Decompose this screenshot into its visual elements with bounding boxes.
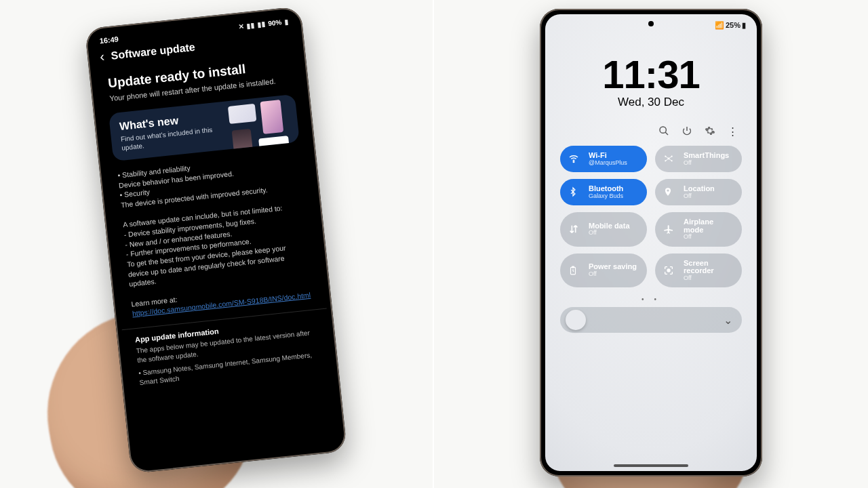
screen-software-update: 16:49 ✕ ▮▮ ▮▮ 90% ▮ ‹ Software update Up… <box>91 12 342 468</box>
tile-sublabel: @MarqusPlus <box>589 160 627 166</box>
tile-label: Wi-Fi <box>589 152 627 160</box>
phone-right: 📶 25% ▮ 11:31 Wed, 30 Dec ⋮ <box>540 9 762 476</box>
clock: 11:31 Wed, 30 Dec <box>545 52 757 109</box>
powersave-icon <box>568 265 583 276</box>
svg-rect-9 <box>572 266 574 268</box>
tile-sublabel: Off <box>684 234 734 240</box>
qs-tile-wifi[interactable]: Wi-Fi@MarqusPlus <box>560 146 647 172</box>
mobiledata-icon <box>568 224 583 235</box>
svg-point-10 <box>667 269 670 272</box>
signal-icon: 📶 <box>715 21 724 30</box>
vibrate-icon: ✕ <box>238 22 244 30</box>
tile-sublabel: Off <box>684 193 715 199</box>
gesture-bar[interactable] <box>614 464 688 467</box>
airplane-icon <box>663 224 678 235</box>
qs-tile-grid: Wi-Fi@MarqusPlusSmartThingsOffBluetoothG… <box>545 143 757 290</box>
gear-icon[interactable] <box>705 125 715 138</box>
power-icon[interactable] <box>682 125 692 138</box>
tile-sublabel: Off <box>684 160 729 166</box>
camera-notch <box>648 21 654 26</box>
release-notes: • Stability and reliability Device behav… <box>105 148 326 323</box>
clock-text: 16:49 <box>99 35 119 45</box>
svg-point-2 <box>573 161 574 163</box>
location-icon <box>663 186 678 197</box>
qs-tile-location[interactable]: LocationOff <box>655 179 742 205</box>
brightness-knob[interactable] <box>566 310 586 330</box>
tile-label: SmartThings <box>684 152 729 160</box>
signal-icon: ▮▮ <box>257 20 266 28</box>
thumb-image <box>260 100 283 134</box>
battery-icon: ▮ <box>284 18 289 26</box>
qs-tile-smartthings[interactable]: SmartThingsOff <box>655 146 742 172</box>
qs-tile-airplane[interactable]: Airplane modeOff <box>655 212 742 247</box>
qs-tile-mobiledata[interactable]: Mobile dataOff <box>560 212 647 247</box>
bluetooth-icon <box>568 186 583 197</box>
back-icon[interactable]: ‹ <box>99 49 105 65</box>
screen-quick-panel: 📶 25% ▮ 11:31 Wed, 30 Dec ⋮ <box>545 14 757 471</box>
screenrec-icon <box>663 265 678 276</box>
tile-label: Airplane mode <box>684 218 734 234</box>
battery-text: 90% <box>268 18 282 27</box>
tile-sublabel: Off <box>589 271 637 277</box>
tile-sublabel: Off <box>589 230 630 236</box>
battery-icon: ▮ <box>742 21 746 30</box>
clock-date: Wed, 30 Dec <box>545 96 757 109</box>
page-title: Software update <box>111 41 196 62</box>
qs-tile-bluetooth[interactable]: BluetoothGalaxy Buds <box>560 179 647 205</box>
signal-icon: ▮▮ <box>246 21 255 29</box>
qs-tile-powersave[interactable]: Power savingOff <box>560 253 647 288</box>
thumb-image <box>228 104 256 124</box>
qs-toolbar: ⋮ <box>545 109 757 143</box>
phone-left: 16:49 ✕ ▮▮ ▮▮ 90% ▮ ‹ Software update Up… <box>85 6 347 474</box>
wifi-icon <box>568 153 583 164</box>
brightness-slider[interactable]: ☼ ⌄ <box>560 307 742 333</box>
tile-label: Bluetooth <box>589 185 623 193</box>
tile-label: Screen recorder <box>684 260 734 275</box>
clock-time: 11:31 <box>545 52 757 97</box>
svg-point-0 <box>660 127 666 133</box>
page-dots: • • <box>545 296 757 303</box>
tile-sublabel: Galaxy Buds <box>589 193 623 199</box>
brightness-expand-icon[interactable]: ⌄ <box>724 314 732 327</box>
qs-tile-screenrec[interactable]: Screen recorderOff <box>655 253 742 288</box>
tile-label: Location <box>684 185 715 193</box>
battery-text: 25% <box>726 21 741 30</box>
more-icon[interactable]: ⋮ <box>728 125 738 138</box>
search-icon[interactable] <box>658 125 669 138</box>
smartthings-icon <box>663 153 678 164</box>
tile-sublabel: Off <box>684 275 734 281</box>
svg-line-1 <box>665 132 668 135</box>
